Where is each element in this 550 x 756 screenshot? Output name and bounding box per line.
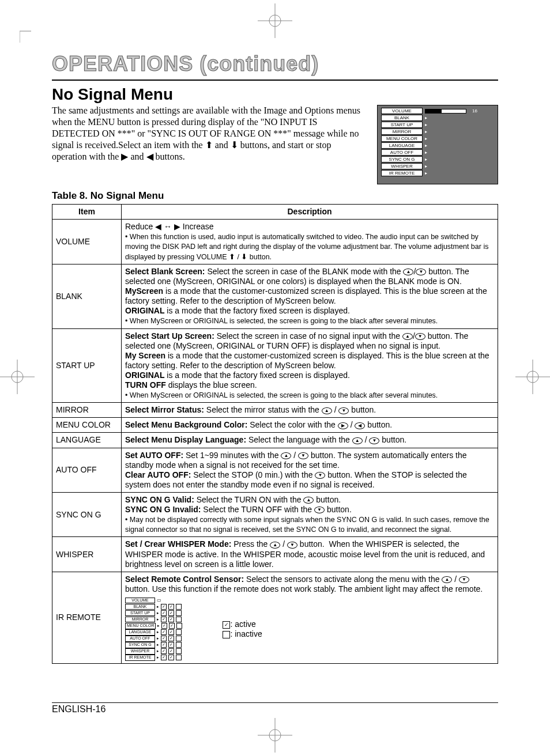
table-row: MENU COLORSelect Menu Background Color: … [52, 418, 498, 433]
triangle-right-icon: ▸ [425, 129, 427, 134]
checkbox-icon [176, 655, 182, 660]
triangle-right-icon: ▸ [157, 642, 159, 648]
checkbox-icon: ✓ [161, 617, 167, 622]
triangle-right-icon: ▸ [425, 115, 427, 120]
item-cell: BLANK [52, 264, 122, 328]
osd-item-label: VOLUME [125, 598, 155, 604]
checkbox-icon: ✓ [161, 629, 167, 635]
checkbox-icon [176, 604, 182, 610]
osd-item-label: WHISPER [381, 163, 423, 169]
description-cell: Select Menu Background Color: Select the… [122, 418, 498, 433]
item-cell: WHISPER [52, 537, 122, 572]
osd-item-label: LANGUAGE [125, 629, 155, 636]
triangle-right-icon: ▸ [425, 150, 427, 155]
checkbox-icon: ✓ [168, 610, 174, 616]
table-row: SYNC ON GSYNC ON G Valid: Select the TUR… [52, 492, 498, 537]
table-row: VOLUMEReduce ◀ ↔ ▶ Increase• When this f… [52, 220, 498, 264]
title-rule [52, 80, 498, 81]
description-cell: Set / Crear WHISPER Mode: Press the ▲ / … [122, 537, 498, 572]
osd-item-label: BLANK [125, 604, 155, 610]
checkbox-icon: ✓ [161, 648, 167, 654]
triangle-right-icon: ▸ [425, 122, 427, 127]
osd-item-label: IR REMOTE [381, 170, 423, 176]
projector-icon: ▭ [157, 598, 161, 603]
triangle-right-icon: ▸ [425, 164, 427, 169]
description-cell: SYNC ON G Valid: Select the TURN ON with… [122, 492, 498, 537]
triangle-right-icon: ▸ [425, 171, 427, 176]
table-row: AUTO OFFSet AUTO OFF: Set 1~99 minutes w… [52, 448, 498, 492]
register-mark-bottom [258, 718, 292, 753]
triangle-right-icon: ▸ [157, 655, 159, 660]
triangle-right-icon: ▸ [157, 649, 159, 654]
col-head-item: Item [52, 205, 122, 220]
checkbox-icon [176, 642, 182, 648]
checkbox-icon: ✓ [168, 636, 174, 641]
register-mark-left [0, 360, 35, 394]
checkbox-icon [176, 617, 182, 622]
checkbox-icon: ✓ [168, 642, 174, 648]
osd-item-label: MIRROR [125, 617, 155, 623]
table-row: LANGUAGESelect Menu Display Language: Se… [52, 433, 498, 448]
checkbox-icon: ✓ [168, 648, 174, 654]
osd-item-label: START UP [381, 122, 423, 128]
description-cell: Select Remote Control Sensor: Select the… [122, 572, 498, 663]
item-cell: IR REMOTE [52, 572, 122, 663]
ir-legend: ✓: active: inactive [223, 619, 262, 639]
triangle-right-icon: ▸ [425, 143, 427, 148]
checkbox-icon: ✓ [161, 610, 167, 616]
triangle-right-icon: ▸ [157, 617, 159, 622]
item-cell: SYNC ON G [52, 492, 122, 537]
register-mark-top [258, 3, 292, 38]
ir-remote-osd: VOLUME▭BLANK▸✓✓START UP▸✓✓MIRROR▸✓✓MENU … [125, 598, 182, 661]
checkbox-icon: ✓ [161, 642, 167, 648]
triangle-right-icon: ▸ [157, 611, 159, 616]
osd-item-label: START UP [125, 610, 155, 617]
triangle-right-icon: ▸ [425, 157, 427, 162]
checkbox-icon: ✓ [161, 636, 167, 641]
item-cell: VOLUME [52, 220, 122, 264]
description-cell: Select Blank Screen: Select the screen i… [122, 264, 498, 328]
table-row: MIRRORSelect Mirror Status: Select the m… [52, 403, 498, 418]
description-cell: Set AUTO OFF: Set 1~99 minutes with the … [122, 448, 498, 492]
description-cell: Reduce ◀ ↔ ▶ Increase• When this functio… [122, 220, 498, 264]
osd-volume-value: 16 [472, 108, 477, 114]
page-title: OPERATIONS (continued) [52, 52, 498, 76]
checkbox-icon [176, 629, 182, 635]
osd-item-label: MIRROR [381, 128, 423, 135]
checkbox-icon: ✓ [161, 655, 167, 660]
description-cell: Select Mirror Status: Select the mirror … [122, 403, 498, 418]
checkbox-checked-icon: ✓ [223, 621, 230, 629]
triangle-right-icon: ▸ [425, 136, 427, 141]
table-row: IR REMOTESelect Remote Control Sensor: S… [52, 572, 498, 663]
checkbox-empty-icon [223, 631, 230, 638]
triangle-right-icon: ▸ [157, 636, 159, 641]
osd-item-label: AUTO OFF [381, 149, 423, 156]
checkbox-icon [176, 623, 182, 629]
checkbox-icon [176, 648, 182, 654]
item-cell: MENU COLOR [52, 418, 122, 433]
osd-menu-preview: VOLUME16 BLANK▸ START UP▸ MIRROR▸ MENU C… [377, 105, 498, 184]
osd-volume-bar [425, 109, 466, 114]
checkbox-icon: ✓ [168, 617, 174, 622]
no-signal-menu-table: Item Description VOLUMEReduce ◀ ↔ ▶ Incr… [52, 204, 498, 664]
checkbox-icon: ✓ [168, 604, 174, 610]
osd-item-label: WHISPER [125, 648, 155, 655]
osd-item-label: MENU COLOR [381, 135, 423, 142]
osd-item-label: AUTO OFF [125, 636, 155, 642]
page: OPERATIONS (continued) No Signal Menu Th… [0, 0, 550, 756]
legend-inactive: : inactive [230, 629, 262, 638]
triangle-right-icon: ▸ [157, 604, 159, 610]
legend-active: : active [230, 619, 255, 629]
osd-item-label: SYNC ON G [381, 156, 423, 162]
description-cell: Select Start Up Screen: Select the scree… [122, 328, 498, 403]
osd-item-label: VOLUME [381, 108, 423, 114]
checkbox-icon: ✓ [169, 623, 175, 629]
triangle-right-icon: ▸ [157, 630, 159, 635]
item-cell: MIRROR [52, 403, 122, 418]
item-cell: START UP [52, 328, 122, 403]
checkbox-icon: ✓ [161, 604, 167, 610]
table-row: START UPSelect Start Up Screen: Select t… [52, 328, 498, 403]
checkbox-icon: ✓ [168, 629, 174, 635]
checkbox-icon: ✓ [168, 655, 174, 660]
checkbox-icon [176, 636, 182, 641]
